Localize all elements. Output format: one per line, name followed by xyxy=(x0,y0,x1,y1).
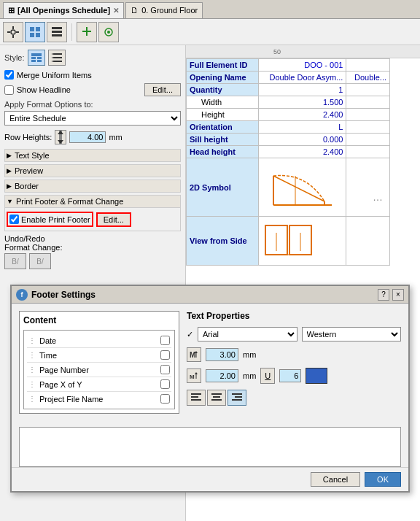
list-item: ⋮ Time xyxy=(27,348,171,363)
dialog-titlebar: f Footer Settings ? × xyxy=(12,286,408,304)
charset-select[interactable]: Western xyxy=(302,327,402,341)
svg-rect-50 xyxy=(213,396,220,398)
align-center-button[interactable] xyxy=(207,390,226,406)
item-left: ⋮ Date xyxy=(28,336,56,345)
text-props-panel: Text Properties ✓ Arial Western M xyxy=(187,311,401,414)
field-extra xyxy=(346,59,390,72)
preview-section: Preview xyxy=(4,164,181,177)
tab-bar: ⊞ [All Openings Schedule] ✕ 🗋 0. Ground … xyxy=(0,0,420,19)
tab-ground-floor[interactable]: 🗋 0. Ground Floor xyxy=(125,2,203,18)
dialog-help-button[interactable]: ? xyxy=(378,289,389,301)
size2-input[interactable] xyxy=(206,369,238,382)
underline-button[interactable]: U xyxy=(260,368,275,384)
show-headline-edit-button[interactable]: Edit... xyxy=(144,83,181,96)
drag-handle-icon[interactable]: ⋮ xyxy=(28,395,36,403)
drag-handle-icon[interactable]: ⋮ xyxy=(28,380,36,388)
enable-checkbox-box: Enable Print Footer xyxy=(7,212,93,227)
table-row: Quantity 1 xyxy=(187,84,390,96)
border-header[interactable]: Border xyxy=(4,180,181,193)
svg-rect-5 xyxy=(30,27,34,31)
align-right-button[interactable] xyxy=(228,390,246,406)
cancel-button[interactable]: Cancel xyxy=(311,472,360,487)
view-label: View from Side xyxy=(187,217,259,266)
preview-header[interactable]: Preview xyxy=(4,164,181,177)
size1-input[interactable] xyxy=(206,348,238,361)
undo-redo-row: B/ B/ xyxy=(4,253,181,269)
list-icon-button[interactable] xyxy=(48,50,66,66)
footer-dialog: f Footer Settings ? × Content ⋮ Date xyxy=(10,285,410,493)
align-buttons xyxy=(187,390,246,406)
item-left: ⋮ Page X of Y xyxy=(28,380,82,389)
target-button[interactable] xyxy=(98,22,119,42)
grid-view-button[interactable] xyxy=(25,22,45,42)
print-footer-header[interactable]: Print Footer & Format Change xyxy=(4,195,181,208)
dialog-title: f Footer Settings xyxy=(16,289,96,301)
text-style-header[interactable]: Text Style xyxy=(4,149,181,162)
field-value: 1 xyxy=(259,84,346,96)
color-swatch[interactable] xyxy=(306,368,327,384)
item-left: ⋮ Project File Name xyxy=(28,395,103,404)
svg-rect-16 xyxy=(31,53,42,56)
svg-text:M: M xyxy=(190,351,195,359)
tab-all-openings-label: [All Openings Schedule] xyxy=(18,6,110,15)
svg-point-15 xyxy=(107,31,110,34)
style-row: Style: xyxy=(4,50,181,66)
svg-rect-10 xyxy=(52,31,62,33)
color-num-input[interactable] xyxy=(279,369,301,382)
ok-button[interactable]: OK xyxy=(365,472,401,487)
print-footer-content: Enable Print Footer Edit... xyxy=(4,208,181,231)
redo-button[interactable]: B/ xyxy=(29,253,51,269)
show-headline-checkbox[interactable] xyxy=(4,85,14,95)
undo-button[interactable]: B/ xyxy=(4,253,26,269)
merge-uniform-checkbox[interactable] xyxy=(4,70,14,80)
dialog-title-label: Footer Settings xyxy=(31,290,96,300)
field-label: Orientation xyxy=(187,121,259,134)
table-row: Full Element ID DOO - 001 xyxy=(187,59,390,72)
settings-button[interactable] xyxy=(3,22,23,42)
row-height-input[interactable] xyxy=(69,131,106,143)
item-checkbox-pagenumber[interactable] xyxy=(160,365,170,374)
field-value: Double Door Asym... xyxy=(259,72,346,84)
size2-row: M mm U xyxy=(187,368,401,384)
item-checkbox-pagexy[interactable] xyxy=(160,379,170,389)
item-checkbox-time[interactable] xyxy=(160,350,170,360)
item-label: Page Number xyxy=(39,366,89,374)
svg-rect-9 xyxy=(52,27,62,29)
svg-rect-48 xyxy=(191,399,201,401)
zoom-button[interactable] xyxy=(77,22,97,42)
svg-rect-4 xyxy=(16,31,19,33)
print-footer-edit-button[interactable]: Edit... xyxy=(96,212,131,227)
content-list: ⋮ Date ⋮ Time ⋮ xyxy=(23,330,175,409)
row-height-icon xyxy=(55,130,66,144)
svg-rect-19 xyxy=(31,60,36,62)
row-heights-label: Row Heights: xyxy=(4,133,52,142)
table-icon-button[interactable] xyxy=(28,50,45,66)
size1-unit: mm xyxy=(243,350,256,359)
field-label: Full Element ID xyxy=(187,59,259,72)
font-row: ✓ Arial Western xyxy=(187,327,401,341)
drag-handle-icon[interactable]: ⋮ xyxy=(28,366,36,374)
tab-all-openings[interactable]: ⊞ [All Openings Schedule] ✕ xyxy=(3,2,124,18)
field-value: L xyxy=(259,121,346,134)
content-panel-title: Content xyxy=(23,315,175,325)
item-checkbox-filename[interactable] xyxy=(160,394,170,404)
undo-redo-label: Undo/RedoFormat Change: xyxy=(4,234,62,252)
list-view-button[interactable] xyxy=(47,22,67,42)
item-checkbox-date[interactable] xyxy=(160,336,170,345)
enable-print-footer-checkbox[interactable] xyxy=(9,215,19,224)
svg-rect-6 xyxy=(36,27,40,31)
font-select[interactable]: Arial xyxy=(198,327,298,341)
svg-marker-28 xyxy=(58,131,63,134)
align-left-button[interactable] xyxy=(187,390,206,406)
size1-row: M mm xyxy=(187,347,401,362)
tab-grid-icon: ⊞ xyxy=(8,6,15,15)
drag-handle-icon[interactable]: ⋮ xyxy=(28,351,36,359)
dialog-controls: ? × xyxy=(378,289,404,301)
tab-close-icon[interactable]: ✕ xyxy=(113,7,119,15)
drag-handle-icon[interactable]: ⋮ xyxy=(28,336,36,344)
dialog-close-button[interactable]: × xyxy=(392,289,404,301)
field-extra xyxy=(346,146,390,158)
apply-format-select[interactable]: Entire Schedule xyxy=(4,111,181,126)
text-style-section: Text Style xyxy=(4,149,181,162)
preview-label: Preview xyxy=(15,166,43,175)
